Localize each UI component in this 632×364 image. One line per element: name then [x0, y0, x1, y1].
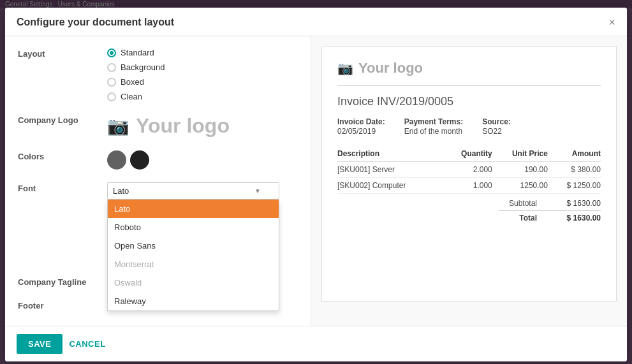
preview-meta-source: Source: SO22 [482, 117, 511, 136]
preview-date-value: 02/05/2019 [337, 127, 376, 136]
font-option-montserrat[interactable]: Montserrat [108, 255, 279, 273]
layout-label: Layout [18, 48, 107, 59]
font-option-opensans[interactable]: Open Sans [108, 237, 279, 255]
row1-unit-price: 190.00 [492, 162, 548, 178]
row2-description: [SKU002] Computer [337, 178, 444, 194]
close-button[interactable]: × [608, 17, 615, 28]
table-header-row: Description Quantity Unit Price Amount [337, 146, 601, 162]
logo-placeholder-text: Your logo [136, 114, 230, 138]
table-row: [SKU001] Server 2.000 190.00 $ 380.00 [337, 162, 601, 178]
radio-standard-label: Standard [121, 48, 154, 57]
cancel-button[interactable]: CANCEL [69, 339, 105, 349]
modal-header: Configure your document layout × [5, 8, 627, 36]
row1-description: [SKU001] Server [337, 162, 444, 178]
modal-footer: SAVE CANCEL [5, 326, 627, 361]
radio-boxed[interactable]: Boxed [107, 77, 298, 87]
font-label: Font [18, 182, 107, 193]
font-select-display[interactable]: Lato ▼ [107, 182, 279, 200]
col-description: Description [337, 146, 444, 162]
font-option-raleway[interactable]: Raleway [108, 292, 279, 310]
col-amount: Amount [548, 146, 601, 162]
total-label: Total [499, 214, 537, 222]
modal-title: Configure your document layout [17, 17, 174, 28]
preview-logo-text: Your logo [358, 60, 423, 76]
modal-overlay: Configure your document layout × Layout … [0, 0, 632, 364]
preview-meta: Invoice Date: 02/05/2019 Payment Terms: … [337, 117, 601, 136]
subtotal-value: $ 1630.00 [550, 199, 601, 208]
preview-terms-value: End of the month [404, 127, 462, 136]
col-unit-price: Unit Price [492, 146, 548, 162]
preview-totals: Subtotal $ 1630.00 Total $ 1630.00 [337, 199, 601, 222]
col-quantity: Quantity [444, 146, 492, 162]
preview-invoice-title: Invoice INV/2019/0005 [337, 95, 601, 108]
color-swatch-2[interactable] [130, 150, 149, 170]
row2-amount: $ 1250.00 [548, 178, 601, 194]
left-panel: Layout Standard Background Boxed [5, 36, 311, 326]
total-row: Total $ 1630.00 [499, 210, 601, 222]
preview-source-value: SO22 [482, 127, 502, 136]
table-row: [SKU002] Computer 1.000 1250.00 $ 1250.0… [337, 178, 601, 194]
font-option-oswald[interactable]: Oswald [108, 273, 279, 292]
radio-clean[interactable]: Clean [107, 92, 298, 101]
radio-clean-circle [107, 92, 116, 101]
font-option-lato[interactable]: Lato [108, 200, 279, 218]
row1-amount: $ 380.00 [548, 162, 601, 178]
row1-quantity: 2.000 [444, 162, 492, 178]
radio-boxed-circle [107, 78, 116, 87]
preview-meta-terms: Payment Terms: End of the month [404, 117, 463, 136]
preview-logo-row: 📷 Your logo [337, 60, 601, 86]
footer-label: Footer [18, 300, 107, 310]
layout-options: Standard Background Boxed Clean [107, 48, 298, 101]
preview-card: 📷 Your logo Invoice INV/2019/0005 Invoic… [321, 47, 617, 302]
row2-quantity: 1.000 [444, 178, 492, 194]
radio-boxed-label: Boxed [121, 77, 144, 87]
color-swatches [107, 150, 298, 170]
total-value: $ 1630.00 [550, 214, 601, 222]
company-logo-row: Company Logo 📷 Your logo [18, 114, 298, 138]
dropdown-arrow-icon: ▼ [254, 187, 261, 194]
color-swatch-1[interactable] [107, 150, 126, 170]
subtotal-row: Subtotal $ 1630.00 [499, 199, 601, 208]
radio-standard[interactable]: Standard [107, 48, 298, 57]
font-select-wrapper: Lato ▼ Lato Roboto Open Sans Montserrat … [107, 182, 298, 200]
radio-clean-label: Clean [121, 92, 142, 101]
preview-meta-date: Invoice Date: 02/05/2019 [337, 117, 385, 136]
company-logo-label: Company Logo [18, 114, 107, 125]
save-button[interactable]: SAVE [17, 334, 62, 354]
tagline-label: Company Tagline [18, 276, 107, 287]
preview-terms-label: Payment Terms: [404, 117, 463, 126]
colors-label: Colors [18, 150, 107, 161]
colors-row: Colors [18, 150, 298, 170]
subtotal-label: Subtotal [499, 199, 537, 208]
camera-icon: 📷 [107, 115, 129, 136]
radio-background-circle [107, 63, 116, 72]
font-dropdown: Lato Roboto Open Sans Montserrat Oswald … [107, 200, 279, 311]
radio-background[interactable]: Background [107, 62, 298, 72]
modal-dialog: Configure your document layout × Layout … [5, 8, 627, 361]
font-option-roboto[interactable]: Roboto [108, 218, 279, 237]
font-current-value: Lato [113, 186, 129, 196]
logo-area: 📷 Your logo [107, 114, 298, 138]
row2-unit-price: 1250.00 [492, 178, 548, 194]
preview-source-label: Source: [482, 117, 511, 126]
modal-body: Layout Standard Background Boxed [5, 36, 627, 326]
right-panel: 📷 Your logo Invoice INV/2019/0005 Invoic… [311, 36, 627, 326]
radio-background-label: Background [121, 62, 165, 72]
font-row: Font Lato ▼ Lato Roboto Open Sans Montse… [18, 182, 298, 200]
preview-table: Description Quantity Unit Price Amount [… [337, 146, 601, 194]
preview-date-label: Invoice Date: [337, 117, 385, 126]
radio-standard-circle [107, 48, 116, 57]
layout-row: Layout Standard Background Boxed [18, 48, 298, 101]
preview-camera-icon: 📷 [337, 61, 353, 76]
